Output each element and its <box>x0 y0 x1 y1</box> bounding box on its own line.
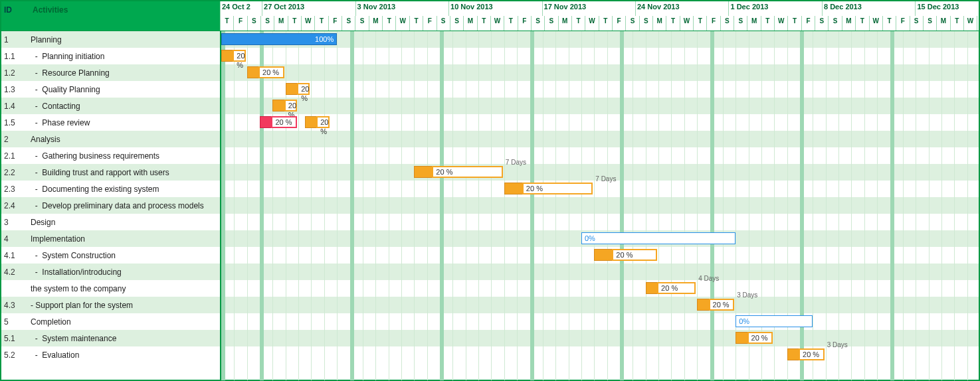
task-id: 3 <box>1 218 28 227</box>
task-bar[interactable]: 20 % <box>612 249 657 261</box>
day-label: T <box>314 16 328 31</box>
day-label: T <box>599 16 612 31</box>
task-name: - Gathering business requirements <box>28 151 220 161</box>
day-label: F <box>612 16 625 31</box>
day-label: T <box>220 16 233 31</box>
grid-row <box>221 313 979 330</box>
task-row: 3Design <box>1 214 220 230</box>
grid-line <box>594 31 595 380</box>
week-label: 10 Nov 2013 <box>448 1 541 16</box>
grid-line <box>555 31 556 380</box>
grid-line <box>311 31 312 380</box>
day-label: W <box>490 16 504 31</box>
day-label: T <box>477 16 490 31</box>
week-label: 15 Dec 2013 <box>915 1 979 16</box>
grid-line <box>967 31 968 380</box>
grid-line <box>440 31 444 380</box>
grid-line <box>375 31 376 380</box>
gantt-area[interactable]: 100%20 %20 %20 %20 %20 %20 %20 %7 Days20… <box>221 31 979 380</box>
grid-line <box>260 31 264 380</box>
day-label: M <box>747 16 760 31</box>
task-row: 1.3 - Quality Planning <box>1 81 220 98</box>
grid-line <box>929 31 930 380</box>
task-name: - System maintenance <box>28 334 220 343</box>
summary-bar[interactable]: 0% <box>581 232 735 244</box>
day-label: S <box>544 16 557 31</box>
task-row: 1Planning <box>1 31 220 48</box>
task-bar[interactable]: 20 % <box>709 299 735 311</box>
duration-label: 7 Days <box>595 175 616 183</box>
summary-bar[interactable]: 0% <box>735 315 813 327</box>
task-id: 4.1 <box>1 251 28 260</box>
grid-line <box>774 31 775 380</box>
day-label: T <box>882 16 896 31</box>
grid-line <box>221 31 225 380</box>
task-id: 2.3 <box>1 185 28 194</box>
task-row: 2.3 - Documenting the existing system <box>1 181 220 197</box>
day-label: M <box>274 16 287 31</box>
duration-label: 3 Days <box>827 341 848 348</box>
task-bar[interactable]: 20 % <box>657 282 696 294</box>
task-name: Implementation <box>28 234 220 244</box>
task-bar[interactable]: 20 % <box>316 116 329 128</box>
week-label: 24 Oct 2 <box>220 1 262 16</box>
task-name: Planning <box>28 35 220 44</box>
day-label: S <box>260 16 274 31</box>
grid-row <box>221 264 979 280</box>
task-bar[interactable]: 20 % <box>799 348 825 360</box>
task-row: 4.1 - System Construction <box>1 247 220 264</box>
task-bar[interactable]: 20 % <box>258 66 284 78</box>
task-row: 4.2 - Installation/introducing <box>1 264 220 280</box>
grid-row <box>221 147 979 164</box>
grid-line <box>851 31 852 380</box>
progress-bar[interactable] <box>504 183 524 194</box>
progress-bar[interactable] <box>594 249 613 261</box>
grid-line <box>710 31 714 380</box>
task-row: 4.3 - Support plan for the system <box>1 297 220 313</box>
task-row: 5Completion <box>1 313 220 330</box>
grid-row <box>221 346 979 363</box>
task-id: 2.1 <box>1 151 28 161</box>
task-bar[interactable]: 20 % <box>297 83 310 95</box>
progress-bar[interactable] <box>414 166 433 178</box>
grid-line <box>478 31 479 380</box>
task-bar[interactable]: 20 % <box>747 332 773 344</box>
grid-line <box>658 31 659 380</box>
task-bar[interactable]: 20 % <box>522 183 593 194</box>
grid-line <box>761 31 762 380</box>
day-label: S <box>910 16 923 31</box>
header-timeline: 24 Oct 227 Oct 20133 Nov 201310 Nov 2013… <box>220 1 979 31</box>
col-id: ID <box>1 1 29 31</box>
grid-line <box>350 31 354 380</box>
day-label: S <box>355 16 368 31</box>
grid-line <box>414 31 415 380</box>
grid-line <box>941 31 942 380</box>
grid-row <box>221 214 979 230</box>
task-bar[interactable]: 20 % <box>233 50 245 62</box>
day-label: S <box>450 16 463 31</box>
summary-bar[interactable]: 100% <box>221 33 337 45</box>
task-row: 1.2 - Resource Planning <box>1 64 220 81</box>
duration-label: 7 Days <box>506 159 526 166</box>
task-row: 2.4 - Develop preliminary data and proce… <box>1 197 220 214</box>
grid-line <box>504 31 505 380</box>
task-row: 2.2 - Building trust and rapport with us… <box>1 164 220 181</box>
day-label: M <box>558 16 571 31</box>
day-label: F <box>423 16 436 31</box>
task-bar[interactable]: 20 % <box>284 100 297 112</box>
task-row: 5.2 - Evaluation <box>1 346 220 363</box>
task-id: 5 <box>1 317 28 327</box>
grid-line <box>916 31 916 380</box>
task-bar[interactable]: 20 % <box>432 166 502 178</box>
day-label: T <box>666 16 679 31</box>
grid-line <box>491 31 492 380</box>
day-label: F <box>706 16 720 31</box>
day-label: T <box>504 16 517 31</box>
duration-label: 4 Days <box>698 275 719 282</box>
task-id: 2.2 <box>1 168 28 177</box>
col-activities: Activities <box>29 1 220 31</box>
day-label: F <box>896 16 909 31</box>
task-bar[interactable]: 20 % <box>271 116 297 128</box>
grid-line <box>389 31 389 380</box>
task-name: - Installation/introducing <box>28 267 220 277</box>
